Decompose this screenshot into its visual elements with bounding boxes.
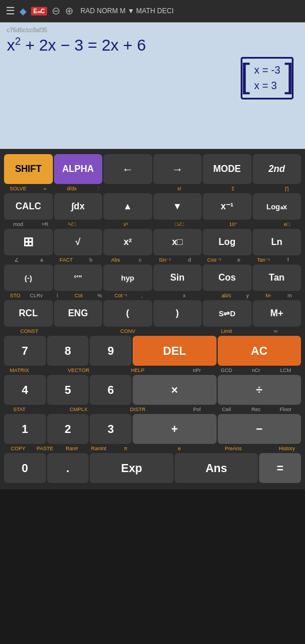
sub-empty16 (34, 407, 64, 412)
sub-empty9 (152, 293, 173, 298)
xsq-button[interactable]: x² (103, 229, 152, 255)
subrow-4: STO CLRv i Cot % Cot⁻¹ , x ab/c y M- m (3, 293, 302, 298)
row-5: RCL ENG ( ) S⇌D M+ (3, 300, 302, 327)
eng-button[interactable]: ENG (54, 300, 103, 327)
sub-empty20 (193, 446, 220, 451)
lparen-button[interactable]: ( (103, 300, 152, 327)
seven-button[interactable]: 7 (4, 336, 46, 366)
minus-circle-icon[interactable]: ⊖ (52, 5, 60, 17)
dot-button[interactable]: . (47, 453, 89, 483)
nine-button[interactable]: 9 (90, 336, 132, 366)
subrow-7: STAT CMPLX DISTR Pol Ceil Rec Floor (3, 407, 302, 412)
exp-button[interactable]: Exp (90, 453, 173, 483)
top-bar: ☰ ◆ EₘC ⊖ ⊕ RAD NORM M ▼ MATH DECI (0, 0, 305, 22)
row-3: ⊞ √ x² x□ Log Ln (3, 228, 302, 256)
sub-c: c (128, 257, 153, 263)
ans-button[interactable]: Ans (175, 453, 258, 483)
xinv-button[interactable]: x⁻¹ (203, 193, 252, 220)
xpow-button[interactable]: x□ (153, 229, 202, 255)
two-button[interactable]: 2 (47, 414, 89, 444)
calc-button[interactable]: CALC (4, 193, 53, 220)
sub-stat: STAT (5, 407, 34, 412)
sub-cotinv: Cot⁻¹ (110, 293, 132, 298)
sub-pi: π (112, 446, 139, 451)
sub-empty13 (34, 367, 64, 373)
mult-button[interactable]: × (133, 375, 216, 405)
three-button[interactable]: 3 (90, 414, 132, 444)
logax-button[interactable]: Logₐx (253, 193, 302, 220)
row-6: 7 8 9 DEL AC (3, 335, 302, 366)
five-button[interactable]: 5 (47, 375, 89, 405)
sub-vector: VECTOR (64, 367, 94, 373)
sub-empty12 (152, 328, 202, 334)
sub-abovebelow: ab/c (216, 293, 237, 298)
fraction-button[interactable]: ⊞ (4, 229, 53, 255)
left-arrow-button[interactable]: ← (103, 154, 152, 184)
mode-button[interactable]: MODE (203, 154, 252, 184)
sub-help: HELP (123, 367, 153, 373)
sqrt-button[interactable]: √ (54, 229, 103, 255)
cos-button[interactable]: Cos (203, 264, 252, 291)
log-button[interactable]: Log (203, 229, 252, 255)
ac-button[interactable]: AC (218, 336, 301, 366)
subrow-3: ∠ a FACT b Abs c Sin⁻¹ d Cos⁻¹ e Tan⁻¹ f (3, 257, 302, 263)
sub-pct: % (89, 293, 110, 298)
sub-lcm: LCM (271, 367, 301, 373)
minus-button[interactable]: − (218, 414, 301, 444)
row-2: CALC ∫dx ▲ ▼ x⁻¹ Logₐx (3, 193, 302, 220)
emc-badge: EₘC (31, 7, 47, 16)
std-button[interactable]: S⇌D (203, 300, 252, 327)
sub-colon: : (85, 186, 112, 191)
alpha-button[interactable]: ALPHA (54, 154, 103, 184)
sub-limit: Limit (202, 328, 251, 334)
one-button[interactable]: 1 (4, 414, 46, 444)
rcl-button[interactable]: RCL (4, 300, 53, 327)
sub-i: i (47, 293, 68, 298)
del-button[interactable]: DEL (133, 336, 216, 366)
ln-button[interactable]: Ln (253, 229, 302, 255)
down-button[interactable]: ▼ (153, 193, 202, 220)
row-7: 4 5 6 × ÷ (3, 374, 302, 405)
screen-equation: x2 + 2x − 3 = 2x + 6 (7, 36, 298, 55)
sub-d: d (177, 257, 202, 263)
integral-button[interactable]: ∫dx (54, 193, 103, 220)
row-8: 1 2 3 + − (3, 413, 302, 444)
rparen-button[interactable]: ) (153, 300, 202, 327)
second-button[interactable]: 2nd (253, 154, 302, 184)
subrow-2: mod +R ³√□ x³ □√□ 10ˣ e□ (3, 221, 302, 227)
sin-button[interactable]: Sin (153, 264, 202, 291)
zero-button[interactable]: 0 (4, 453, 46, 483)
menu-icon[interactable]: ☰ (6, 5, 15, 17)
sub-e: e (226, 257, 251, 263)
plus-button[interactable]: + (133, 414, 216, 444)
row-9: 0 . Exp Ans = (3, 453, 302, 484)
tan-button[interactable]: Tan (253, 264, 302, 291)
sub-floor: Floor (271, 407, 301, 412)
sub-empty21 (246, 446, 273, 451)
sub-fact: FACT (54, 257, 79, 263)
equals-button[interactable]: = (259, 453, 301, 483)
sub-ddx: d/dx (59, 186, 86, 191)
calculator-app: ☰ ◆ EₘC ⊖ ⊕ RAD NORM M ▼ MATH DECI c76d6… (0, 0, 305, 489)
sub-pi: ∏ (273, 186, 300, 191)
shift-button[interactable]: SHIFT (4, 154, 53, 184)
plus-circle-icon[interactable]: ⊕ (65, 5, 74, 17)
sub-inf: ∞ (251, 328, 300, 334)
right-arrow-button[interactable]: → (153, 154, 202, 184)
four-button[interactable]: 4 (4, 375, 46, 405)
dms-button[interactable]: °'" (54, 264, 103, 291)
sub-cbroot: ³√□ (59, 221, 86, 227)
six-button[interactable]: 6 (90, 375, 132, 405)
up-button[interactable]: ▲ (103, 193, 152, 220)
eight-button[interactable]: 8 (47, 336, 89, 366)
sub-ceil: Ceil (212, 407, 242, 412)
div-button[interactable]: ÷ (218, 375, 301, 405)
mplus-button[interactable]: M+ (253, 300, 302, 327)
hyp-button[interactable]: hyp (103, 264, 152, 291)
diamond-icon: ◆ (20, 6, 26, 17)
neg-button[interactable]: (-) (4, 264, 53, 291)
sub-empty18 (153, 407, 183, 412)
sub-empty5 (85, 221, 112, 227)
sub-empty14 (94, 367, 123, 373)
sub-empty3 (193, 186, 220, 191)
